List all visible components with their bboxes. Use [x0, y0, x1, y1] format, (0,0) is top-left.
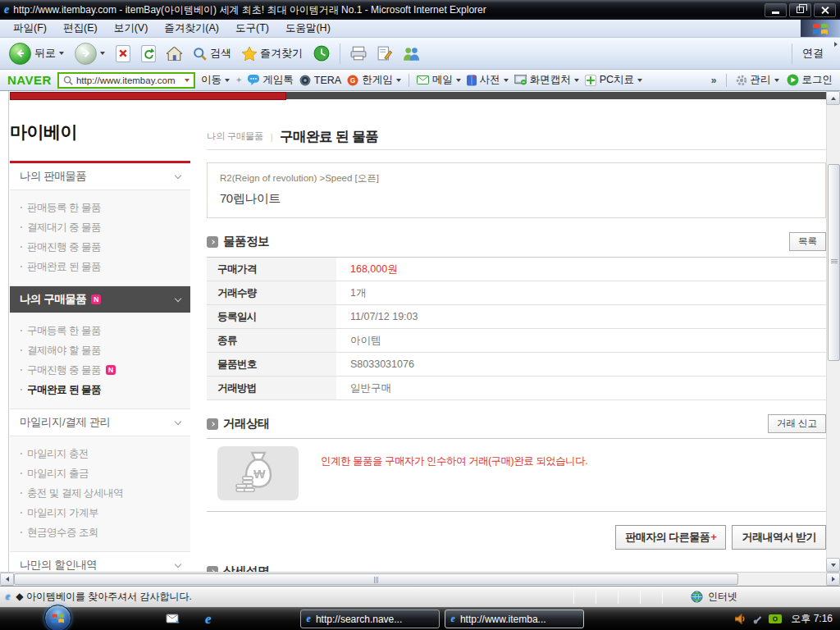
- sidebar-menu: 나의 판매물품 판매등록 한 물품 결제대기 중 물품 판매진행 중 물품 판매…: [10, 161, 190, 572]
- sidebar-item-mileage-ledger[interactable]: 마일리지 가계부: [21, 503, 190, 523]
- connect-label[interactable]: 연결: [802, 46, 824, 61]
- sidebar-section-discounts[interactable]: 나만의 할인내역: [10, 552, 190, 572]
- bullet-icon: [21, 330, 22, 331]
- naver-url-input[interactable]: http://www.itembay.com: [57, 72, 195, 89]
- tray-utility-icon[interactable]: [752, 614, 763, 624]
- taskbar-window-1[interactable]: e http://search.nave...: [300, 609, 440, 628]
- naver-link-dictionary[interactable]: 사전: [467, 73, 509, 87]
- quicklaunch-ie-icon[interactable]: e: [205, 611, 212, 628]
- maximize-button[interactable]: [789, 3, 811, 17]
- print-button[interactable]: [346, 41, 371, 66]
- messenger-button[interactable]: [399, 41, 423, 66]
- scroll-down-button[interactable]: [826, 558, 840, 572]
- sidebar-item-cash-receipt[interactable]: 현금영수증 조회: [21, 523, 190, 542]
- scroll-left-button[interactable]: [0, 573, 14, 586]
- sidebar-item-purchase-in-progress[interactable]: 구매진행 중 물품N: [21, 360, 190, 380]
- bullet-icon: [21, 472, 22, 474]
- refresh-button[interactable]: [137, 41, 160, 66]
- stop-button[interactable]: [112, 41, 135, 66]
- back-dropdown-icon[interactable]: [59, 52, 64, 55]
- quicklaunch-mail-icon[interactable]: [166, 613, 180, 625]
- vertical-scroll-thumb[interactable]: [828, 164, 840, 361]
- minimize-button[interactable]: [765, 3, 787, 17]
- new-badge: N: [106, 365, 116, 375]
- toolbar-separator: [726, 74, 727, 87]
- scroll-up-button[interactable]: [826, 91, 840, 105]
- history-button[interactable]: [309, 41, 334, 66]
- windows-flag-icon: [811, 21, 829, 36]
- sidebar-item-sale-registered[interactable]: 판매등록 한 물품: [21, 198, 190, 217]
- ie-icon: e: [451, 613, 455, 625]
- volume-icon[interactable]: [735, 614, 746, 624]
- sidebar-item-sale-completed[interactable]: 판매완료 된 물품: [21, 257, 190, 276]
- url-dropdown-icon[interactable]: [185, 79, 189, 82]
- toolbar-separator: [409, 74, 409, 87]
- taskbar-window-2[interactable]: e http://www.itemba...: [445, 609, 584, 628]
- info-value: 아이템: [336, 329, 826, 352]
- sidebar-item-purchase-to-pay[interactable]: 결제해야 할 물품: [21, 340, 190, 360]
- forward-button[interactable]: [71, 41, 109, 66]
- horizontal-scrollbar[interactable]: [0, 572, 840, 586]
- naver-link-capture[interactable]: 화면캡처: [514, 73, 579, 87]
- print-icon: [350, 46, 367, 61]
- horizontal-scroll-thumb[interactable]: [14, 573, 738, 585]
- menu-tools[interactable]: 도구(T): [227, 21, 277, 35]
- mail-icon: [417, 75, 429, 84]
- sidebar-item-purchase-registered[interactable]: 구매등록 한 물품: [21, 321, 190, 340]
- login-button[interactable]: 로그인: [787, 73, 833, 87]
- naver-logo[interactable]: NAVER: [7, 73, 52, 87]
- scroll-right-button[interactable]: [826, 573, 840, 586]
- seller-other-items-button[interactable]: 판매자의 다른물품+: [615, 525, 726, 550]
- home-icon: [167, 47, 182, 61]
- breadcrumb-parent[interactable]: 나의 구매물품: [207, 130, 263, 143]
- sidebar-item-mileage-withdraw[interactable]: 마일리지 출금: [21, 463, 190, 483]
- naver-link-pccure[interactable]: PC치료: [585, 73, 642, 87]
- menu-help[interactable]: 도움말(H): [277, 21, 339, 35]
- sidebar: 마이베이 나의 판매물품 판매등록 한 물품 결제대기 중 물품 판매진행 중 …: [10, 121, 190, 572]
- list-button[interactable]: 목록: [789, 232, 826, 251]
- sidebar-item-sale-in-progress[interactable]: 판매진행 중 물품: [21, 237, 190, 257]
- sidebar-section-my-sales[interactable]: 나의 판매물품: [10, 163, 190, 190]
- naver-link-hangame[interactable]: G 한게임: [347, 73, 401, 87]
- menu-edit[interactable]: 편집(E): [55, 21, 106, 35]
- sidebar-item-payment-history[interactable]: 충전 및 결제 상세내역: [21, 483, 190, 503]
- home-button[interactable]: [162, 41, 186, 66]
- gametalk-icon: [248, 75, 259, 85]
- vertical-scrollbar[interactable]: [826, 91, 840, 572]
- naver-link-mail[interactable]: 메일: [417, 73, 461, 87]
- back-button[interactable]: 뒤로: [5, 41, 68, 66]
- start-button[interactable]: [44, 605, 71, 630]
- forward-dropdown-icon[interactable]: [100, 52, 105, 55]
- menu-view[interactable]: 보기(V): [106, 21, 157, 35]
- sidebar-item-purchase-completed[interactable]: 구매완료 된 물품: [21, 380, 190, 399]
- item-info-table: 구매가격 168,000원 거래수량 1개 등록일시 11/07/12 19:0…: [207, 257, 826, 400]
- new-badge: N: [91, 294, 101, 304]
- chevron-down-icon: [175, 294, 181, 301]
- overflow-chevron[interactable]: »: [711, 75, 717, 86]
- page-heading: 구매완료 된 물품: [280, 128, 378, 146]
- url-value: http://www.itembay.com: [76, 75, 181, 85]
- edit-button[interactable]: [373, 41, 396, 66]
- drag-handle-icon[interactable]: ✦: [235, 75, 242, 84]
- mail-label: 메일: [432, 73, 453, 87]
- nvidia-tray-icon[interactable]: [769, 614, 782, 623]
- favorites-button[interactable]: 즐겨찾기: [238, 41, 307, 66]
- naver-link-gametalk[interactable]: 게임톡: [248, 73, 294, 87]
- history-icon: [313, 45, 330, 62]
- report-trade-button[interactable]: 거래 신고: [768, 414, 826, 433]
- sidebar-item-mileage-charge[interactable]: 마일리지 충전: [21, 444, 190, 463]
- receipt-button[interactable]: 거래내역서 받기: [732, 525, 826, 550]
- naver-link-tera[interactable]: TERA: [299, 75, 341, 86]
- bullet-icon: [21, 512, 22, 514]
- menu-file[interactable]: 파일(F): [5, 21, 55, 35]
- toolbar-overflow-icon[interactable]: [834, 42, 838, 47]
- sidebar-section-my-purchases[interactable]: 나의 구매물품 N: [10, 286, 190, 313]
- info-value: 1개: [336, 281, 826, 304]
- search-button[interactable]: 검색: [189, 41, 235, 66]
- close-button[interactable]: [814, 3, 836, 17]
- manage-button[interactable]: 관리: [736, 73, 779, 87]
- sidebar-item-sale-pending-payment[interactable]: 결제대기 중 물품: [21, 217, 190, 237]
- go-button[interactable]: 이동: [201, 73, 230, 87]
- menu-favorites[interactable]: 즐겨찾기(A): [156, 21, 227, 35]
- sidebar-section-mileage[interactable]: 마일리지/결제 관리: [10, 409, 190, 436]
